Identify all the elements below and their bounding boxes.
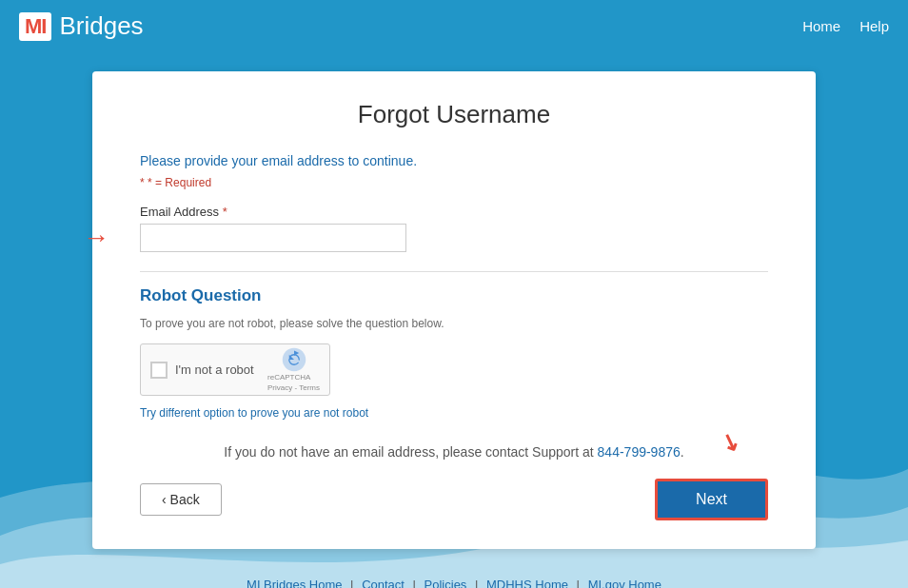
email-field-label: Email Address * (140, 205, 227, 219)
robot-question-title: Robot Question (140, 286, 768, 305)
email-field-row: → (140, 224, 768, 252)
footer-link-mi-bridges-home[interactable]: MI Bridges Home (247, 578, 342, 588)
mi-logo: MI (19, 12, 51, 41)
captcha-privacy-link[interactable]: Privacy (267, 383, 292, 392)
captcha-box[interactable]: I'm not a robot reCAPTCHA Privacy - Term… (140, 343, 330, 396)
mi-text: MI (25, 14, 46, 38)
page-title: Forgot Username (140, 100, 768, 129)
required-star: * (140, 176, 145, 189)
captcha-checkbox[interactable] (150, 362, 168, 379)
next-button[interactable]: Next (655, 479, 768, 520)
recaptcha-icon (281, 346, 307, 373)
footer-link-mdhhs-home[interactable]: MDHHS Home (486, 578, 568, 588)
try-different-link[interactable]: Try different option to prove you are no… (140, 406, 368, 420)
footer-link-migov-home[interactable]: MI.gov Home (588, 578, 661, 588)
logo-area: MI Bridges (19, 11, 144, 41)
required-note: * * = Required (140, 176, 768, 189)
section-divider (140, 271, 768, 272)
instruction-text: Please provide your email address to con… (140, 153, 768, 168)
footer: MI Bridges Home | Contact | Policies | M… (0, 568, 908, 588)
support-message: If you do not have an email address, ple… (140, 444, 768, 460)
captcha-label: I'm not a robot (175, 363, 254, 377)
next-button-wrapper: ↘ Next (655, 479, 768, 520)
help-nav-link[interactable]: Help (859, 18, 889, 34)
header: MI Bridges Home Help (0, 0, 908, 52)
form-card: Forgot Username Please provide your emai… (92, 71, 816, 549)
email-required-star: * (223, 205, 227, 219)
home-nav-link[interactable]: Home (802, 18, 840, 34)
main-container: Forgot Username Please provide your emai… (0, 52, 908, 568)
captcha-terms-link[interactable]: Terms (299, 383, 320, 392)
captcha-logo: reCAPTCHA Privacy - Terms (267, 346, 320, 393)
robot-subtitle: To prove you are not robot, please solve… (140, 317, 768, 330)
support-phone: 844-799-9876 (598, 444, 681, 460)
arrow-indicator: → (83, 223, 109, 253)
buttons-row: ‹ Back ↘ Next (140, 479, 768, 520)
email-input[interactable] (140, 224, 406, 252)
footer-link-contact[interactable]: Contact (362, 578, 405, 588)
back-button[interactable]: ‹ Back (140, 483, 222, 516)
captcha-left: I'm not a robot (150, 362, 254, 379)
nav-links: Home Help (802, 18, 889, 34)
captcha-fine-print: reCAPTCHA Privacy - Terms (267, 373, 320, 393)
footer-link-policies[interactable]: Policies (424, 578, 467, 588)
bridges-logo-text: Bridges (59, 11, 143, 41)
